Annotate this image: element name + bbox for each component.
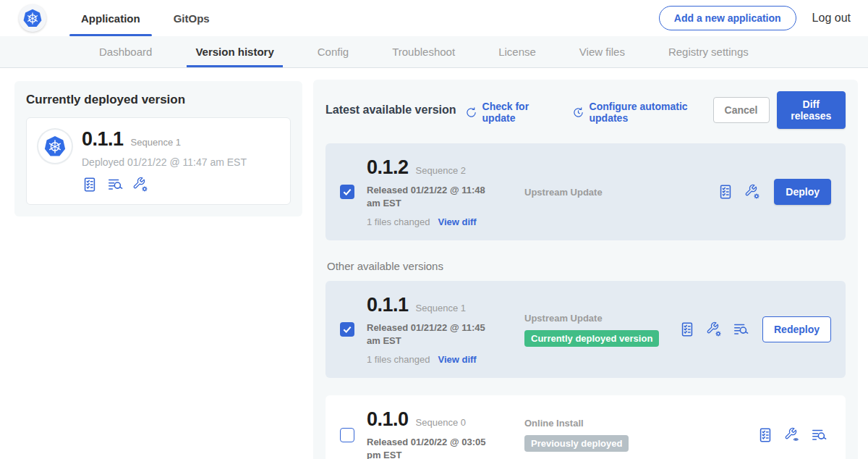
app-icon [38, 130, 72, 163]
preflight-checks-icon[interactable] [757, 427, 773, 443]
tab-config[interactable]: Config [316, 36, 350, 67]
version-row-0-1-0: 0.1.0 Sequence 0 Released 01/20/22 @ 03:… [326, 395, 846, 459]
preflight-checks-icon[interactable] [718, 184, 733, 200]
add-application-button[interactable]: Add a new application [659, 6, 796, 30]
version-number: 0.1.1 [367, 294, 409, 316]
tab-registry-settings[interactable]: Registry settings [667, 36, 750, 67]
topnav-tab-gitops[interactable]: GitOps [162, 0, 221, 36]
deployed-panel-title: Currently deployed version [26, 93, 291, 107]
deploy-button[interactable]: Deploy [774, 179, 831, 205]
check-for-update-link[interactable]: Check for update [465, 101, 555, 124]
app-subnav: Dashboard Version history Config Trouble… [0, 36, 868, 68]
tab-version-history[interactable]: Version history [194, 36, 275, 67]
logout-link[interactable]: Log out [812, 12, 851, 25]
version-history-panel: Latest available version Check for updat… [313, 80, 858, 459]
version-source: Upstream Update [524, 313, 671, 324]
preflight-checks-icon[interactable] [679, 321, 695, 337]
check-for-update-label: Check for update [482, 101, 555, 124]
version-source: Upstream Update [524, 187, 709, 198]
main-content: Currently deployed version 0.1.1 Sequenc… [0, 68, 868, 459]
released-timestamp: Released 01/21/22 @ 11:48 am EST [367, 184, 501, 209]
edit-config-icon[interactable] [132, 177, 148, 193]
redeploy-button[interactable]: Redeploy [762, 316, 831, 342]
version-sequence: Sequence 1 [416, 303, 466, 313]
edit-config-icon[interactable] [706, 321, 722, 337]
view-diff-link[interactable]: View diff [438, 216, 476, 227]
topnav-tab-label: GitOps [174, 12, 210, 25]
tab-license[interactable]: License [497, 36, 537, 67]
view-config-icon[interactable] [784, 427, 800, 443]
auto-update-icon [572, 106, 584, 119]
version-source: Online Install [524, 418, 749, 429]
diff-releases-button[interactable]: Diff releases [777, 91, 846, 129]
currently-deployed-badge: Currently deployed version [524, 330, 659, 347]
version-sequence: Sequence 2 [416, 165, 466, 176]
currently-deployed-panel: Currently deployed version 0.1.1 Sequenc… [14, 81, 302, 216]
cancel-button[interactable]: Cancel [713, 97, 770, 123]
topnav-tab-label: Application [81, 12, 140, 25]
files-changed-label: 1 files changed [367, 354, 430, 365]
other-versions-label: Other available versions [327, 260, 846, 272]
deploy-logs-icon[interactable] [811, 427, 827, 443]
tab-view-files[interactable]: View files [578, 36, 626, 67]
version-sequence: Sequence 0 [416, 417, 466, 428]
view-diff-link[interactable]: View diff [438, 354, 476, 365]
kubernetes-logo[interactable] [19, 4, 46, 32]
version-checkbox[interactable] [340, 185, 354, 199]
released-timestamp: Released 01/20/22 @ 03:05 pm EST [367, 436, 501, 459]
deploy-logs-icon[interactable] [107, 177, 123, 193]
configure-automatic-updates-link[interactable]: Configure automatic updates [572, 101, 713, 124]
preflight-checks-icon[interactable] [82, 177, 98, 193]
top-nav: Application GitOps Add a new application… [0, 0, 868, 36]
configure-updates-label: Configure automatic updates [590, 101, 713, 124]
version-row-0-1-1: 0.1.1 Sequence 1 Released 01/21/22 @ 11:… [326, 281, 846, 378]
version-row-0-1-2: 0.1.2 Sequence 2 Released 01/21/22 @ 11:… [326, 143, 846, 240]
topnav-tab-application[interactable]: Application [69, 0, 152, 36]
deployed-version-card: 0.1.1 Sequence 1 Deployed 01/21/22 @ 11:… [26, 117, 291, 205]
previously-deployed-badge: Previously deployed [524, 435, 629, 452]
tab-dashboard[interactable]: Dashboard [98, 36, 153, 67]
refresh-icon [465, 106, 477, 119]
version-number: 0.1.0 [367, 408, 409, 431]
version-checkbox[interactable] [340, 428, 354, 442]
tab-troubleshoot[interactable]: Troubleshoot [391, 36, 456, 67]
version-number: 0.1.2 [367, 156, 409, 179]
released-timestamp: Released 01/21/22 @ 11:45 am EST [367, 321, 501, 347]
deployed-version-number: 0.1.1 [82, 128, 124, 151]
files-changed-label: 1 files changed [367, 216, 430, 227]
version-checkbox[interactable] [340, 322, 354, 337]
deployed-timestamp: Deployed 01/21/22 @ 11:47 am EST [82, 156, 247, 168]
deploy-logs-icon[interactable] [733, 321, 749, 337]
latest-version-title: Latest available version [326, 104, 456, 117]
deployed-sequence: Sequence 1 [131, 137, 181, 148]
edit-config-icon[interactable] [744, 184, 760, 200]
